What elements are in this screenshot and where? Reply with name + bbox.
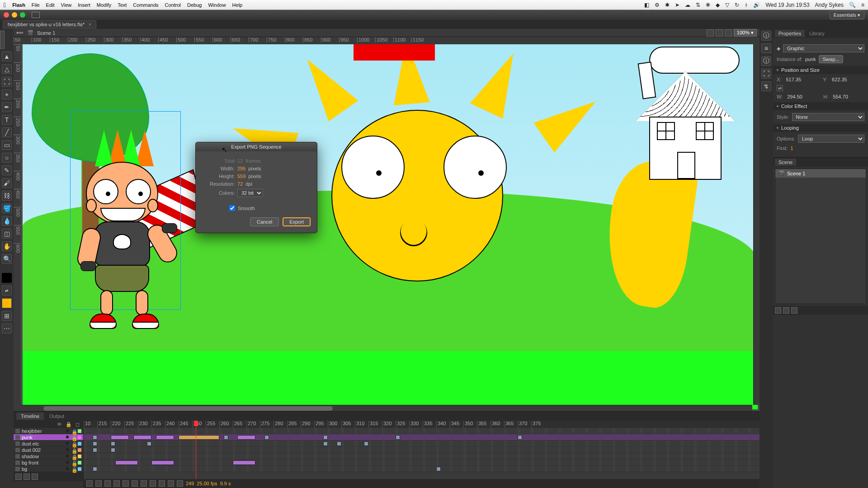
menu-control[interactable]: Control [165, 2, 181, 8]
tab-scene[interactable]: Scene [775, 159, 796, 166]
new-layer-button[interactable] [15, 474, 22, 480]
menu-modify[interactable]: Modify [97, 2, 111, 8]
text-tool[interactable]: T [2, 115, 12, 125]
edit-multi-button[interactable] [159, 480, 165, 487]
snap-tool[interactable]: ⊞ [2, 311, 12, 321]
menu-debug[interactable]: Debug [187, 2, 202, 8]
scrollbar-horizontal[interactable] [21, 405, 752, 411]
menu-commands[interactable]: Commands [133, 2, 158, 8]
w-value[interactable]: 294.50 [787, 94, 819, 99]
timeline-grid[interactable]: 1021522022523023524024525025526026527027… [84, 421, 760, 488]
dialog-titlebar[interactable]: Export PNG Sequence [196, 142, 317, 151]
status-icon[interactable]: ⚙ [655, 2, 660, 8]
tab-timeline[interactable]: Timeline [16, 413, 44, 420]
cancel-button[interactable]: Cancel [250, 217, 279, 226]
section-looping[interactable]: Looping [773, 124, 868, 132]
back-icon[interactable]: ⟸ [16, 30, 24, 36]
loop-button[interactable] [132, 480, 138, 487]
paint-bucket-tool[interactable]: 🪣 [2, 203, 12, 213]
link-wh-icon[interactable]: ⇄ [777, 85, 783, 91]
y-value[interactable]: 622.35 [832, 77, 864, 82]
status-icon[interactable]: ◧ [644, 2, 649, 8]
layer-row[interactable]: shadow🔒 [14, 453, 83, 460]
sync-icon[interactable]: ↻ [735, 2, 739, 8]
options-select[interactable]: Loop [798, 135, 864, 143]
line-tool[interactable]: ╱ [2, 127, 12, 137]
playhead[interactable] [196, 421, 196, 488]
tab-properties[interactable]: Properties [775, 30, 805, 37]
colors-select[interactable]: 32 bit [237, 189, 263, 197]
options-tool[interactable]: ⋯ [2, 324, 12, 333]
scrollbar-vertical[interactable] [753, 44, 760, 405]
align-panel-icon[interactable]: ≡ [761, 43, 771, 53]
ffwd-button[interactable] [123, 480, 129, 487]
minimize-button[interactable] [12, 12, 17, 18]
lock-icon[interactable]: 🔒 [66, 422, 72, 427]
wifi-icon[interactable]: ▽ [725, 2, 729, 8]
timeline-row[interactable] [84, 460, 760, 466]
oval-tool[interactable]: ○ [2, 153, 12, 163]
tab-library[interactable]: Library [806, 30, 828, 37]
layer-row[interactable]: punk🔒 [14, 434, 83, 441]
fill-color[interactable] [2, 298, 12, 308]
stage-color-icon[interactable] [725, 29, 732, 37]
status-icon[interactable]: ➤ [675, 2, 679, 8]
bone-tool[interactable]: ⛓ [2, 191, 12, 201]
workspace-switcher[interactable]: Essentials ▾ [830, 11, 864, 19]
brush-tool[interactable]: 🖌 [2, 178, 12, 188]
scene-list-item[interactable]: 🎬 Scene 1 [775, 169, 866, 178]
tab-output[interactable]: Output [45, 413, 69, 420]
document-tab[interactable]: hexjibber vs spike-u v16 letters.fla* × [3, 20, 96, 28]
step-fwd-button[interactable] [113, 480, 120, 487]
motion-panel-icon[interactable]: ↯ [761, 81, 771, 91]
pen-tool[interactable]: ✒ [2, 102, 12, 112]
visibility-icon[interactable]: 👁 [57, 422, 62, 427]
play-button[interactable] [104, 480, 111, 487]
menu-insert[interactable]: Insert [78, 2, 90, 8]
layer-row[interactable]: hexjibber🔒 [14, 428, 83, 434]
menu-file[interactable]: File [32, 2, 40, 8]
frame-rate[interactable]: 25.00 fps [197, 481, 217, 486]
h-value[interactable]: 554.70 [833, 94, 864, 99]
eyedropper-tool[interactable]: 💧 [2, 216, 12, 226]
notifications-icon[interactable]: ≡ [861, 2, 864, 8]
x-value[interactable]: 517.35 [786, 77, 818, 82]
info-panel-icon[interactable]: ⓘ [761, 56, 771, 66]
section-color-effect[interactable]: Color Effect [773, 102, 868, 110]
duplicate-scene-button[interactable] [775, 307, 781, 314]
section-position-size[interactable]: Position and Size [773, 66, 868, 74]
clock[interactable]: Wed 19 Jun 19:53 [765, 2, 809, 8]
stage[interactable]: Export PNG Sequence Total 12 frames Widt… [23, 44, 758, 409]
first-value[interactable]: 1 [790, 145, 793, 151]
layer-row[interactable]: dust 002🔒 [14, 447, 83, 453]
layout-icon[interactable] [32, 12, 40, 18]
menu-help[interactable]: Help [232, 2, 243, 8]
timeline-row[interactable] [84, 447, 760, 453]
timeline-row[interactable] [84, 466, 760, 472]
scene-name[interactable]: Scene 1 [37, 30, 55, 36]
current-frame[interactable]: 249 [186, 481, 194, 486]
close-button[interactable] [4, 12, 9, 18]
timeline-row[interactable] [84, 441, 760, 447]
art-punk-character[interactable] [68, 135, 181, 333]
layer-row[interactable]: dust etc🔒 [14, 441, 83, 447]
properties-panel-icon[interactable]: ⓘ [761, 31, 771, 41]
markers-button[interactable] [168, 480, 174, 487]
user-name[interactable]: Andy Sykes [815, 2, 844, 8]
edit-scene-icon[interactable] [707, 29, 714, 37]
expand-panel-icon[interactable] [0, 31, 5, 49]
style-select[interactable]: None [792, 113, 864, 121]
app-name[interactable]: Flash [12, 2, 25, 8]
status-icon[interactable]: ✱ [665, 2, 670, 8]
zoom-tool[interactable]: 🔍 [2, 254, 12, 264]
instance-type-select[interactable]: Graphic [783, 44, 864, 52]
export-button[interactable]: Export [283, 217, 311, 226]
center-frame-button[interactable] [177, 480, 183, 487]
transform-panel-icon[interactable]: ⛶ [761, 69, 771, 79]
lasso-tool[interactable]: ⌖ [2, 89, 12, 99]
menu-view[interactable]: View [61, 2, 72, 8]
edit-symbol-icon[interactable] [716, 29, 723, 37]
stroke-color[interactable] [2, 273, 12, 283]
free-transform-tool[interactable]: ⛶ [2, 77, 12, 87]
timeline-row[interactable] [84, 428, 760, 434]
